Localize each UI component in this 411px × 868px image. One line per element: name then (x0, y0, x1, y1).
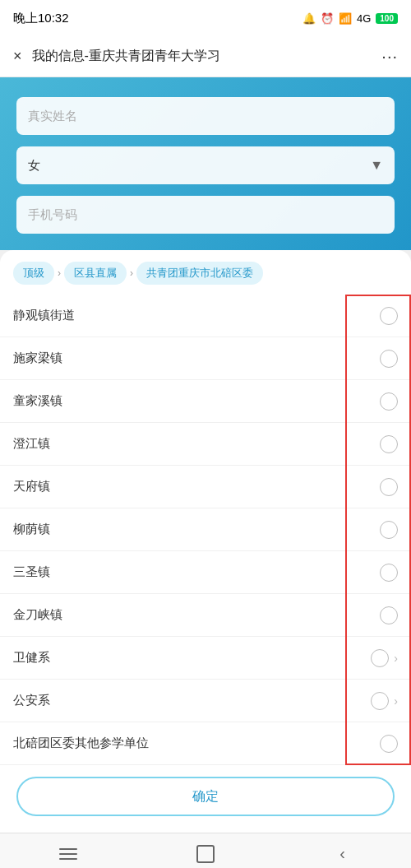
list-item-right (380, 606, 398, 624)
list-container: 静观镇街道施家梁镇童家溪镇澄江镇天府镇柳荫镇三圣镇金刀峡镇卫健系›公安系›北碚团… (0, 295, 411, 765)
gender-value: 女 (28, 158, 40, 174)
radio-button[interactable] (371, 649, 389, 667)
header-form: 真实姓名 女 ▼ 手机号码 (0, 77, 411, 250)
list-item-right (380, 521, 398, 539)
breadcrumb-current[interactable]: 共青团重庆市北碚区委 (136, 262, 263, 285)
alarm-icon: ⏰ (321, 12, 334, 25)
list-item-label: 柳荫镇 (13, 522, 380, 537)
list-item-label: 静观镇街道 (13, 308, 380, 323)
list-item[interactable]: 童家溪镇 (0, 380, 411, 423)
radio-button[interactable] (380, 564, 398, 582)
status-bar: 晚上10:32 🔔 ⏰ 📶 4G 100 (0, 0, 411, 36)
confirm-button[interactable]: 确定 (16, 777, 395, 816)
radio-button[interactable] (380, 435, 398, 453)
list-item[interactable]: 卫健系› (0, 637, 411, 680)
breadcrumb-top[interactable]: 顶级 (13, 262, 54, 285)
list-item[interactable]: 三圣镇 (0, 551, 411, 594)
signal-icon: 📶 (339, 12, 352, 25)
name-input[interactable]: 真实姓名 (16, 97, 395, 135)
radio-button[interactable] (380, 307, 398, 325)
radio-button[interactable] (380, 735, 398, 753)
network-label: 4G (357, 12, 371, 25)
phone-placeholder: 手机号码 (28, 207, 77, 223)
chevron-right-icon: › (394, 694, 398, 708)
bottom-nav: ‹ (0, 833, 411, 868)
radio-button[interactable] (371, 692, 389, 710)
list-item-label: 澄江镇 (13, 436, 380, 452)
list-item-right (380, 564, 398, 582)
list-item[interactable]: 澄江镇 (0, 423, 411, 466)
radio-button[interactable] (380, 521, 398, 539)
nav-menu-button[interactable] (0, 833, 137, 868)
radio-button[interactable] (380, 478, 398, 496)
breadcrumb-arrow-2: › (130, 267, 133, 279)
close-button[interactable]: × (13, 48, 22, 65)
breadcrumb: 顶级 › 区县直属 › 共青团重庆市北碚区委 (0, 250, 411, 295)
breadcrumb-arrow-1: › (58, 267, 61, 279)
confirm-label: 确定 (192, 788, 219, 805)
list-item-right (380, 435, 398, 453)
radio-button[interactable] (380, 392, 398, 411)
list-item-label: 三圣镇 (13, 564, 380, 580)
phone-input[interactable]: 手机号码 (16, 196, 395, 234)
dropdown-arrow-icon: ▼ (370, 158, 383, 173)
nav-back-button[interactable]: ‹ (274, 833, 411, 868)
chevron-right-icon: › (394, 652, 398, 665)
gender-select[interactable]: 女 ▼ (16, 146, 395, 184)
list-item-right (380, 392, 398, 411)
list-item-right (380, 735, 398, 753)
name-placeholder: 真实姓名 (28, 109, 77, 124)
list-item[interactable]: 天府镇 (0, 466, 411, 508)
list-item-right: › (371, 692, 398, 710)
list-item-right (380, 307, 398, 325)
breadcrumb-district[interactable]: 区县直属 (64, 262, 127, 285)
confirm-area: 确定 (0, 765, 411, 833)
menu-icon (59, 848, 77, 860)
status-time: 晚上10:32 (13, 11, 69, 26)
list-item[interactable]: 公安系› (0, 680, 411, 722)
list-item[interactable]: 金刀峡镇 (0, 594, 411, 637)
list-item-right: › (371, 649, 398, 667)
list-item-label: 卫健系 (13, 650, 371, 666)
home-icon (196, 845, 215, 863)
list-item[interactable]: 施家梁镇 (0, 337, 411, 380)
list-item[interactable]: 柳荫镇 (0, 508, 411, 551)
bell-icon: 🔔 (302, 12, 316, 25)
nav-bar: × 我的信息-重庆共青团青年大学习 ··· (0, 36, 411, 77)
battery-icon: 100 (376, 13, 398, 24)
list-item-label: 童家溪镇 (13, 393, 380, 409)
radio-button[interactable] (380, 350, 398, 368)
list-item-label: 施家梁镇 (13, 350, 380, 366)
list-item-right (380, 478, 398, 496)
list-item-label: 金刀峡镇 (13, 607, 380, 623)
list-item[interactable]: 静观镇街道 (0, 295, 411, 337)
bottom-panel: 顶级 › 区县直属 › 共青团重庆市北碚区委 静观镇街道施家梁镇童家溪镇澄江镇天… (0, 250, 411, 833)
list-item-right (380, 350, 398, 368)
status-icons: 🔔 ⏰ 📶 4G 100 (302, 12, 398, 25)
list-item-label: 天府镇 (13, 479, 380, 494)
more-menu-button[interactable]: ··· (381, 47, 398, 66)
page-title: 我的信息-重庆共青团青年大学习 (32, 48, 372, 65)
list-item-label: 公安系 (13, 693, 371, 708)
list-item-label: 北碚团区委其他参学单位 (13, 736, 380, 751)
nav-home-button[interactable] (137, 833, 275, 868)
list-item[interactable]: 北碚团区委其他参学单位 (0, 722, 411, 765)
list-inner: 静观镇街道施家梁镇童家溪镇澄江镇天府镇柳荫镇三圣镇金刀峡镇卫健系›公安系›北碚团… (0, 295, 411, 765)
radio-button[interactable] (380, 606, 398, 624)
back-icon: ‹ (339, 844, 345, 863)
